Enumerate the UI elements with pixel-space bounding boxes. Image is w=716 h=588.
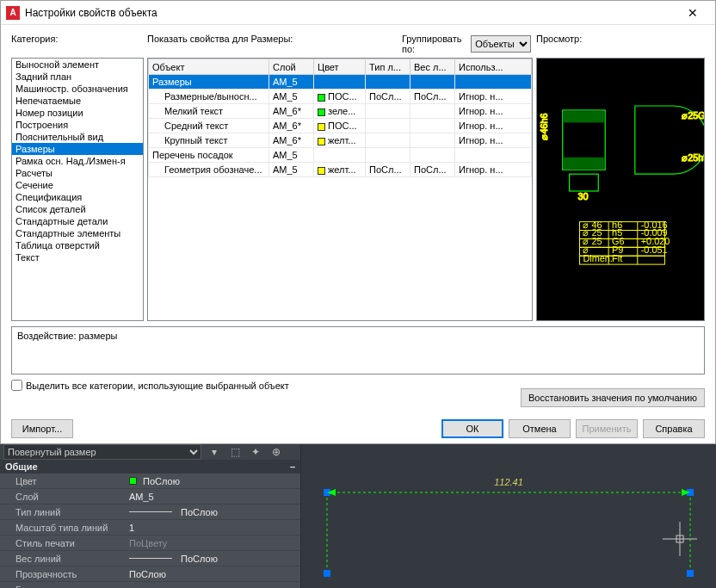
- chevron-down-icon[interactable]: ▾: [207, 444, 222, 460]
- property-name: Стиль печати: [0, 538, 129, 548]
- effect-box: Воздействие: размеры: [11, 326, 705, 374]
- property-value[interactable]: ПоСлою: [129, 476, 300, 486]
- category-item[interactable]: Таблица отверстий: [12, 239, 143, 251]
- category-item[interactable]: Пояснительный вид: [12, 131, 143, 143]
- property-name: Прозрачность: [0, 569, 129, 579]
- property-row[interactable]: Масштаб типа линий1: [0, 520, 300, 535]
- preview-label: Просмотр:: [536, 34, 705, 54]
- property-name: Вес линий: [0, 554, 129, 564]
- select-all-label: Выделить все категории, использующие выб…: [26, 381, 289, 391]
- preview-pane: ⌀46h6 ⌀25G6 ⌀25h5 30 ⌀ 46h6-0.016⌀ 25h5-…: [536, 58, 705, 321]
- group-general-header[interactable]: Общие –: [0, 460, 300, 473]
- close-button[interactable]: ✕: [676, 2, 710, 24]
- category-item[interactable]: Стандартные элементы: [12, 227, 143, 239]
- group-by-select[interactable]: Объекты: [471, 35, 531, 53]
- object-table[interactable]: ОбъектСлойЦветТип л...Вес л...Использ...…: [147, 58, 533, 321]
- category-item[interactable]: Задний план: [12, 71, 143, 83]
- category-item[interactable]: Стандартные детали: [12, 215, 143, 227]
- category-item[interactable]: Расчеты: [12, 167, 143, 179]
- property-name: Гиперссылка: [0, 585, 129, 589]
- select-objects-icon[interactable]: ⬚: [227, 444, 243, 460]
- category-list[interactable]: Выносной элементЗадний планМашиностр. об…: [11, 58, 144, 321]
- column-header[interactable]: Цвет: [314, 59, 366, 75]
- property-row[interactable]: Вес линийПоСлою: [0, 551, 300, 566]
- app-icon: A: [6, 6, 20, 20]
- category-item[interactable]: Сечение: [12, 179, 143, 191]
- svg-rect-43: [687, 570, 694, 577]
- select-all-checkbox[interactable]: [11, 380, 22, 391]
- svg-text:Fit: Fit: [612, 253, 622, 263]
- property-value[interactable]: ПоСлою: [129, 554, 300, 564]
- category-item[interactable]: Спецификация: [12, 191, 143, 203]
- svg-rect-1: [565, 112, 604, 122]
- category-item[interactable]: Машиностр. обозначения: [12, 83, 143, 95]
- pim-icon[interactable]: ⊕: [268, 444, 284, 460]
- category-item[interactable]: Непечатаемые: [12, 95, 143, 107]
- svg-rect-42: [324, 570, 330, 577]
- category-item[interactable]: Номер позиции: [12, 107, 143, 119]
- property-row[interactable]: СлойAM_5: [0, 489, 300, 504]
- dialog-title: Настройки свойств объекта: [25, 7, 676, 19]
- property-row[interactable]: ЦветПоСлою: [0, 473, 300, 489]
- category-item[interactable]: Список деталей: [12, 203, 143, 215]
- property-row[interactable]: Тип линийПоСлою: [0, 504, 300, 520]
- category-item[interactable]: Построения: [12, 119, 143, 131]
- category-item[interactable]: Рамка осн. Над./Измен-я: [12, 155, 143, 167]
- column-header[interactable]: Тип л...: [366, 59, 410, 75]
- titlebar: A Настройки свойств объекта ✕: [1, 1, 715, 25]
- svg-text:-0.051: -0.051: [641, 244, 668, 255]
- property-value[interactable]: AM_5: [129, 492, 300, 502]
- group-by-label: Группировать по:: [402, 34, 467, 54]
- table-row[interactable]: Перечень посадокAM_5: [149, 148, 532, 163]
- object-type-select[interactable]: Повернутый размер: [3, 444, 201, 460]
- effect-text: Воздействие: размеры: [17, 331, 117, 341]
- show-props-label: Показать свойства для Размеры:: [147, 34, 402, 54]
- svg-rect-3: [570, 174, 599, 191]
- properties-panel: Повернутый размер ▾ ⬚ ✦ ⊕ Общие – ЦветПо…: [0, 444, 301, 588]
- category-item[interactable]: Размеры: [12, 143, 143, 155]
- property-name: Слой: [0, 492, 129, 502]
- column-header[interactable]: Объект: [149, 59, 269, 75]
- property-value[interactable]: 1: [129, 523, 300, 533]
- drawing-viewport[interactable]: 112.41: [301, 444, 716, 588]
- svg-text:30: 30: [578, 191, 589, 201]
- property-name: Цвет: [0, 476, 129, 486]
- property-value[interactable]: ПоСлою: [129, 507, 300, 517]
- svg-rect-2: [565, 158, 604, 168]
- restore-defaults-button[interactable]: Восстановить значения по умолчанию: [521, 388, 705, 407]
- property-row[interactable]: ПрозрачностьПоСлою: [0, 566, 300, 582]
- quick-select-icon[interactable]: ✦: [248, 444, 263, 460]
- svg-text:⌀25G6: ⌀25G6: [682, 110, 704, 121]
- object-property-settings-dialog: A Настройки свойств объекта ✕ Категория:…: [0, 0, 716, 444]
- import-button[interactable]: Импорт...: [11, 419, 73, 438]
- category-item[interactable]: Выносной элемент: [12, 59, 143, 71]
- property-value[interactable]: ПоСлою: [129, 569, 300, 579]
- table-row[interactable]: Средний текстAM_6*ПОС...Игнор. н...: [149, 119, 532, 133]
- column-header[interactable]: Вес л...: [410, 59, 455, 75]
- table-row[interactable]: Геометрия обозначе...AM_5желт...ПоСл...П…: [149, 163, 532, 177]
- svg-text:112.41: 112.41: [494, 477, 523, 487]
- property-value[interactable]: ПоЦвету: [129, 538, 300, 548]
- property-row[interactable]: Гиперссылка: [0, 582, 300, 588]
- category-label: Категория:: [11, 34, 147, 54]
- property-name: Тип линий: [0, 507, 129, 517]
- property-row[interactable]: Стиль печатиПоЦвету: [0, 535, 300, 551]
- svg-text:⌀46h6: ⌀46h6: [539, 113, 549, 139]
- collapse-icon[interactable]: –: [290, 461, 295, 472]
- apply-button[interactable]: Применить: [576, 419, 638, 438]
- ok-button[interactable]: ОК: [441, 419, 503, 438]
- column-header[interactable]: Слой: [269, 59, 314, 75]
- column-header[interactable]: Использ...: [455, 59, 532, 75]
- table-row[interactable]: Размерные/выносн...AM_5ПОС...ПоСл...ПоСл…: [149, 90, 532, 104]
- cancel-button[interactable]: Отмена: [509, 419, 571, 438]
- table-row[interactable]: Крупный текстAM_6*желт...Игнор. н...: [149, 133, 532, 148]
- category-item[interactable]: Текст: [12, 251, 143, 263]
- svg-text:⌀25h5: ⌀25h5: [682, 152, 704, 163]
- property-name: Масштаб типа линий: [0, 523, 129, 533]
- table-row[interactable]: Мелкий текстAM_6*зеле...Игнор. н...: [149, 104, 532, 119]
- table-row[interactable]: РазмерыAM_5: [149, 75, 532, 90]
- help-button[interactable]: Справка: [643, 419, 705, 438]
- app-lower-region: Повернутый размер ▾ ⬚ ✦ ⊕ Общие – ЦветПо…: [0, 444, 716, 588]
